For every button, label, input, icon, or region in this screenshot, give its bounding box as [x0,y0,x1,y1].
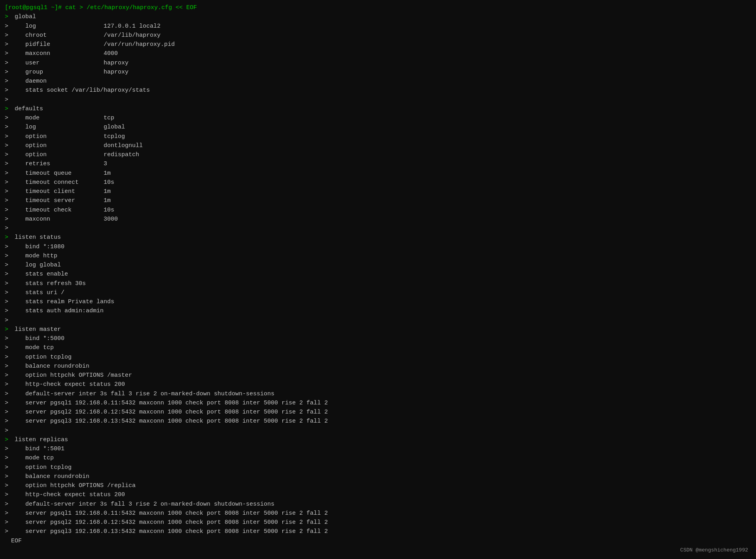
terminal-line: > timeout server 1m [5,196,751,205]
terminal-line: > balance roundrobin [5,362,751,371]
prompt: > [5,95,11,104]
terminal-line: > timeout connect 10s [5,178,751,187]
prompt: > [5,169,11,178]
terminal-line: > http-check expect status 200 [5,490,751,499]
prompt [5,536,11,546]
terminal-line: > option redispatch [5,150,751,159]
terminal-line: > option tcplog [5,132,751,141]
terminal-line: > balance roundrobin [5,472,751,481]
terminal-line: > stats refresh 30s [5,279,751,288]
watermark: CSDN @mengshicheng1992 [680,546,748,554]
terminal-line: > chroot /var/lib/haproxy [5,31,751,40]
terminal-line: > maxconn 4000 [5,49,751,58]
terminal-line: > group haproxy [5,68,751,77]
prompt: > [5,481,11,490]
terminal-line: > listen master [5,325,751,334]
terminal-line: > timeout client 1m [5,187,751,196]
prompt: > [5,178,11,187]
terminal-line: > server pgsql3 192.168.0.13:5432 maxcon… [5,527,751,536]
prompt: > [5,343,11,352]
line-content: option tcplog [11,463,751,472]
line-content: mode tcp [11,113,751,123]
line-content: server pgsql1 192.168.0.11:5432 maxconn … [11,509,751,518]
prompt: > [5,215,11,224]
prompt: > [5,371,11,380]
line-content: maxconn 4000 [11,49,751,58]
prompt: > [5,206,11,215]
line-content: bind *:5000 [11,334,751,343]
prompt: > [5,398,11,408]
line-content: http-check expect status 200 [11,490,751,499]
terminal-line: > server pgsql1 192.168.0.11:5432 maxcon… [5,398,751,408]
line-content: pidfile /var/run/haproxy.pid [11,40,751,49]
section-header: listen master [11,325,751,334]
line-content: option httpchk OPTIONS /master [11,371,751,380]
prompt: > [5,12,11,21]
terminal-line: > server pgsql2 192.168.0.12:5432 maxcon… [5,408,751,417]
line-content: EOF [11,536,751,546]
line-content: group haproxy [11,68,751,77]
line-content: timeout server 1m [11,196,751,205]
line-content: maxconn 3000 [11,215,751,224]
terminal-line: > mode tcp [5,113,751,123]
terminal-line: > [5,316,751,325]
line-content: log global [11,123,751,132]
line-content: stats refresh 30s [11,279,751,288]
prompt: > [5,196,11,205]
prompt: > [5,187,11,196]
prompt: > [5,453,11,463]
prompt: > [5,59,11,68]
prompt: > [5,159,11,168]
prompt: > [5,316,11,325]
terminal-line: > global [5,12,751,21]
prompt: > [5,279,11,288]
terminal-line: > listen replicas [5,435,751,444]
line-content: timeout queue 1m [11,169,751,178]
line-content: timeout client 1m [11,187,751,196]
prompt: > [5,353,11,362]
prompt: > [5,113,11,123]
prompt: > [5,104,11,113]
section-header: defaults [11,104,751,113]
section-header: listen status [11,233,751,242]
terminal-line: > retries 3 [5,159,751,168]
terminal-line: > http-check expect status 200 [5,380,751,389]
terminal-line: > listen status [5,233,751,242]
prompt: > [5,297,11,306]
line-content: mode tcp [11,343,751,352]
prompt: > [5,132,11,141]
prompt: > [5,490,11,499]
terminal-line: > option httpchk OPTIONS /replica [5,481,751,490]
line-content: timeout connect 10s [11,178,751,187]
terminal-line: > log global [5,261,751,270]
terminal-line: > default-server inter 3s fall 3 rise 2 … [5,500,751,509]
line-content: bind *:1080 [11,242,751,251]
terminal-line: > maxconn 3000 [5,215,751,224]
prompt: > [5,242,11,251]
prompt: > [5,472,11,481]
section-header: listen replicas [11,435,751,444]
line-content: bind *:5001 [11,444,751,453]
prompt: > [5,49,11,58]
terminal-line: > log global [5,123,751,132]
line-content: default-server inter 3s fall 3 rise 2 on… [11,389,751,398]
terminal-line: > option tcplog [5,463,751,472]
prompt: > [5,408,11,417]
terminal-line: > mode tcp [5,343,751,352]
line-content: log global [11,261,751,270]
prompt: > [5,426,11,435]
prompt: > [5,261,11,270]
prompt: > [5,22,11,31]
prompt: > [5,463,11,472]
line-content: option tcplog [11,132,751,141]
line-content: mode tcp [11,453,751,463]
line-content: option dontlognull [11,141,751,150]
prompt: > [5,435,11,444]
terminal-line: > timeout queue 1m [5,169,751,178]
prompt: > [5,334,11,343]
terminal-line: > default-server inter 3s fall 3 rise 2 … [5,389,751,398]
prompt: > [5,31,11,40]
line-content: user haproxy [11,59,751,68]
prompt: > [5,288,11,297]
prompt: > [5,500,11,509]
